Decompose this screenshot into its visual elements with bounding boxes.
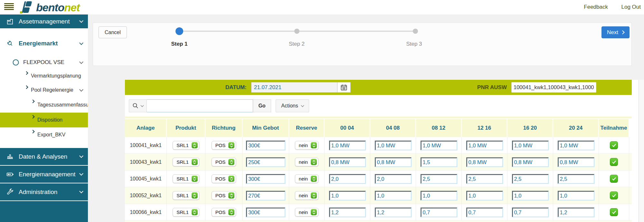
min-gebot-input[interactable]	[246, 208, 285, 217]
min-gebot-input[interactable]	[246, 157, 285, 167]
slot-input-20-24[interactable]	[558, 208, 594, 217]
slot-input-16-20[interactable]	[512, 208, 549, 217]
slot-input-00-04[interactable]	[329, 191, 366, 200]
slot-input-08-12[interactable]	[421, 141, 457, 150]
anlage-cell: 100041_kwk1	[125, 137, 167, 153]
sidebar-item-energiemarkt[interactable]: Energiemarkt	[0, 37, 88, 50]
calendar-button[interactable]	[337, 82, 351, 93]
sidebar-item-tageszusammenfassung[interactable]: Tageszusammenfassung	[0, 97, 88, 113]
produkt-select[interactable]: SRL1	[173, 141, 199, 150]
chevron-right-icon	[31, 99, 34, 103]
select-stepper-icon	[192, 159, 198, 165]
richtung-select[interactable]: POS	[212, 158, 236, 166]
reserve-select[interactable]: nein	[295, 158, 318, 166]
slot-input-12-16[interactable]	[466, 141, 503, 150]
anlage-cell: 100045_kwk1	[125, 171, 167, 187]
check-icon	[611, 143, 617, 148]
produkt-select[interactable]: SRL1	[173, 208, 199, 217]
slot-input-04-08[interactable]	[375, 208, 412, 217]
feedback-link[interactable]: Feedback	[584, 4, 608, 10]
slot-input-12-16[interactable]	[466, 174, 503, 184]
slot-input-20-24[interactable]	[558, 174, 594, 184]
actions-button[interactable]: Actions	[276, 99, 309, 112]
slot-input-04-08[interactable]	[375, 157, 412, 167]
check-icon	[611, 193, 617, 198]
slot-input-16-20[interactable]	[512, 174, 549, 184]
slot-input-00-04[interactable]	[329, 157, 366, 167]
slot-input-04-08[interactable]	[375, 141, 412, 150]
reserve-select[interactable]: nein	[295, 174, 318, 183]
slot-input-08-12[interactable]	[421, 174, 457, 184]
produkt-select-value: SRL1	[176, 176, 189, 181]
select-stepper-icon	[228, 142, 234, 148]
step-3-dot	[413, 29, 418, 34]
search-scope-button[interactable]	[129, 99, 147, 112]
datum-input[interactable]	[251, 82, 337, 93]
cancel-button[interactable]: Cancel	[99, 26, 127, 38]
slot-input-20-24[interactable]	[558, 191, 594, 200]
richtung-select[interactable]: POS	[212, 208, 236, 217]
min-gebot-input[interactable]	[246, 191, 285, 200]
sidebar-item-energiemanagement[interactable]: Energiemanagement	[0, 166, 88, 183]
teilnahme-checkbox[interactable]	[610, 208, 618, 216]
reserve-select[interactable]: nein	[295, 191, 318, 200]
anlage-cell: 100052_kwk1	[125, 187, 167, 204]
sidebar-item-daten-analysen[interactable]: Daten & Analysen	[0, 148, 88, 165]
slot-input-00-04[interactable]	[329, 208, 366, 217]
slot-input-20-24[interactable]	[558, 157, 594, 167]
min-gebot-input[interactable]	[246, 174, 285, 184]
sidebar-item-vermarktungsplanung[interactable]: Vermarktungsplanung	[0, 69, 88, 83]
richtung-select[interactable]: POS	[212, 191, 236, 200]
slot-input-12-16[interactable]	[466, 208, 503, 217]
teilnahme-checkbox[interactable]	[610, 141, 618, 149]
teilnahme-checkbox[interactable]	[610, 191, 618, 199]
vertical-scrollbar[interactable]	[639, 80, 644, 222]
sidebar-item-label: Energiemanagement	[19, 171, 80, 178]
hamburger-menu-icon[interactable]	[4, 3, 14, 11]
slot-input-04-08[interactable]	[375, 191, 412, 200]
column-header-16-20: 16 20	[507, 119, 553, 137]
slot-input-12-16[interactable]	[466, 191, 503, 200]
slot-input-08-12[interactable]	[421, 208, 457, 217]
data-table: Anlage Produkt Richtung Min Gebot Reserv…	[125, 116, 632, 222]
sidebar-item-flexpool-vse[interactable]: FLEXPOOL VSE	[0, 56, 88, 69]
reserve-select[interactable]: nein	[295, 141, 318, 150]
sidebar-item-administration[interactable]: Administration	[0, 183, 88, 200]
check-icon	[611, 210, 617, 215]
slot-input-12-16[interactable]	[466, 157, 503, 167]
min-gebot-input[interactable]	[246, 141, 285, 150]
slot-input-20-24[interactable]	[558, 141, 594, 150]
produkt-select[interactable]: SRL1	[173, 174, 199, 183]
slot-input-16-20[interactable]	[512, 141, 549, 150]
slot-input-00-04[interactable]	[329, 141, 366, 150]
sidebar-item-disposition[interactable]: Disposition	[0, 113, 88, 127]
next-button[interactable]: Next	[601, 26, 630, 38]
reserve-select[interactable]: nein	[295, 208, 318, 217]
step-2-dot	[294, 29, 299, 34]
richtung-select[interactable]: POS	[212, 174, 236, 183]
richtung-select-value: POS	[215, 209, 226, 215]
pnr-ausw-input[interactable]	[511, 82, 596, 93]
check-icon	[611, 160, 617, 165]
sidebar-item-pool-regelenergie[interactable]: Pool Regelenergie	[0, 83, 88, 97]
slot-input-00-04[interactable]	[329, 174, 366, 184]
richtung-select-value: POS	[215, 176, 226, 181]
table-row: 100052_kwk1 SRL1 POS	[125, 187, 632, 204]
search-input[interactable]	[147, 99, 253, 112]
teilnahme-checkbox[interactable]	[610, 158, 618, 166]
slot-input-16-20[interactable]	[512, 191, 549, 200]
slot-input-04-08[interactable]	[375, 174, 412, 184]
produkt-select[interactable]: SRL1	[173, 158, 199, 166]
sidebar-item-assetmanagement[interactable]: Assetmanagement	[0, 14, 88, 28]
slot-input-16-20[interactable]	[512, 157, 549, 167]
produkt-select[interactable]: SRL1	[173, 191, 199, 200]
sidebar-item-export-bkv[interactable]: Export_BKV	[0, 127, 88, 142]
column-header-reserve: Reserve	[289, 119, 325, 137]
teilnahme-checkbox[interactable]	[610, 175, 618, 183]
richtung-select[interactable]: POS	[212, 141, 236, 150]
slot-input-08-12[interactable]	[421, 191, 457, 200]
logout-link[interactable]: Log Out	[621, 4, 641, 10]
go-button[interactable]: Go	[253, 99, 271, 112]
slot-input-08-12[interactable]	[421, 157, 457, 167]
table-body: 100041_kwk1 SRL1 POS	[125, 137, 632, 221]
